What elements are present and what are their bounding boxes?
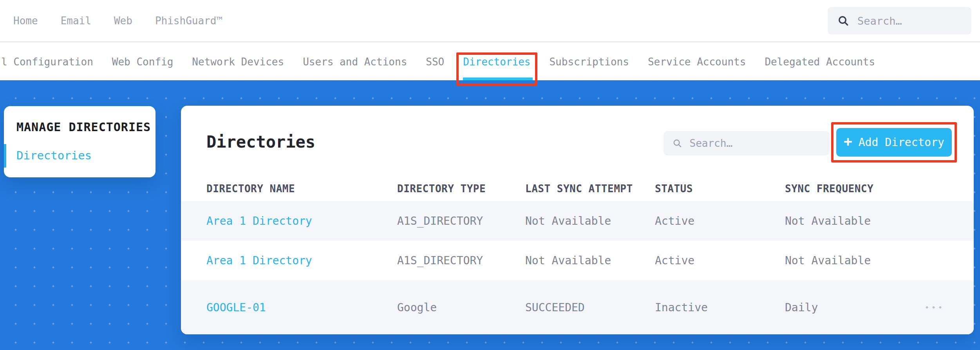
subnav-directories-label: Directories — [463, 56, 530, 68]
directories-panel: Directories + Add Directory DIRECTORY NA… — [181, 106, 974, 334]
sync-frequency-cell: Not Available — [785, 254, 911, 267]
active-tab-underline — [463, 78, 533, 80]
top-nav-items: Home Email Web PhishGuard™ — [0, 15, 222, 27]
last-sync-cell: SUCCEEDED — [525, 301, 655, 314]
status-cell: Inactive — [655, 301, 785, 314]
directory-type-cell: A1S_DIRECTORY — [397, 215, 525, 227]
global-search-box[interactable] — [828, 7, 971, 34]
sidebar-item-directories[interactable]: Directories — [16, 149, 143, 162]
directory-name-link[interactable]: Area 1 Directory — [206, 254, 397, 267]
sidebar-item-directories-label: Directories — [16, 149, 92, 162]
subnav-network-devices[interactable]: Network Devices — [192, 43, 284, 80]
directories-page-background: MANAGE DIRECTORIES Directories Directori… — [0, 80, 980, 350]
top-navigation: Home Email Web PhishGuard™ — [0, 0, 980, 42]
directories-search-box[interactable] — [664, 131, 830, 155]
directories-search-input[interactable] — [689, 137, 821, 149]
directory-type-cell: A1S_DIRECTORY — [397, 254, 525, 267]
last-sync-cell: Not Available — [525, 215, 655, 227]
subnav-users-and-actions[interactable]: Users and Actions — [303, 43, 407, 80]
manage-directories-heading: MANAGE DIRECTORIES — [16, 120, 143, 134]
subnav-subscriptions[interactable]: Subscriptions — [549, 43, 629, 80]
top-nav-web[interactable]: Web — [114, 15, 132, 27]
global-search-input[interactable] — [857, 15, 962, 27]
table-header-row: DIRECTORY NAME DIRECTORY TYPE LAST SYNC … — [181, 176, 974, 201]
directories-table: DIRECTORY NAME DIRECTORY TYPE LAST SYNC … — [181, 176, 974, 334]
directory-type-cell: Google — [397, 301, 525, 314]
table-row: Area 1 Directory A1S_DIRECTORY Not Avail… — [181, 201, 974, 241]
subnav-delegated-accounts[interactable]: Delegated Accounts — [765, 43, 875, 80]
subnav-sso[interactable]: SSO — [426, 43, 444, 80]
subnav-directories[interactable]: Directories — [463, 43, 530, 80]
active-item-indicator — [4, 144, 6, 168]
col-header-directory-type: DIRECTORY TYPE — [397, 183, 525, 195]
manage-directories-card: MANAGE DIRECTORIES Directories — [4, 106, 155, 177]
col-header-directory-name: DIRECTORY NAME — [206, 183, 397, 195]
sync-frequency-cell: Not Available — [785, 215, 911, 227]
subnav-web-config[interactable]: Web Config — [112, 43, 174, 80]
top-nav-phishguard[interactable]: PhishGuard™ — [155, 15, 222, 27]
search-icon — [672, 137, 682, 149]
subnav-service-accounts[interactable]: Service Accounts — [648, 43, 746, 80]
table-row: GOOGLE-01 Google SUCCEEDED Inactive Dail… — [181, 280, 974, 334]
col-header-last-sync-attempt: LAST SYNC ATTEMPT — [525, 183, 655, 195]
settings-sub-navigation: l Configuration Web Config Network Devic… — [0, 43, 980, 80]
top-nav-home[interactable]: Home — [13, 15, 38, 27]
sync-frequency-cell: Daily — [785, 301, 911, 314]
last-sync-cell: Not Available — [525, 254, 655, 267]
col-header-status: STATUS — [655, 183, 785, 195]
plus-icon: + — [844, 135, 852, 149]
status-cell: Active — [655, 254, 785, 267]
top-nav-email[interactable]: Email — [61, 15, 91, 27]
search-icon — [837, 14, 850, 27]
add-directory-button[interactable]: + Add Directory — [836, 128, 952, 157]
directory-name-link[interactable]: Area 1 Directory — [206, 215, 397, 227]
annotation-box-add-directory: + Add Directory — [831, 122, 957, 162]
table-row: Area 1 Directory A1S_DIRECTORY Not Avail… — [181, 241, 974, 280]
directory-name-link[interactable]: GOOGLE-01 — [206, 301, 397, 314]
col-header-sync-frequency: SYNC FREQUENCY — [785, 183, 911, 195]
status-cell: Active — [655, 215, 785, 227]
row-actions-menu-icon[interactable]: ••• — [924, 303, 944, 312]
page-title: Directories — [206, 132, 315, 152]
subnav-email-configuration[interactable]: l Configuration — [1, 43, 93, 80]
add-directory-label: Add Directory — [859, 136, 944, 149]
